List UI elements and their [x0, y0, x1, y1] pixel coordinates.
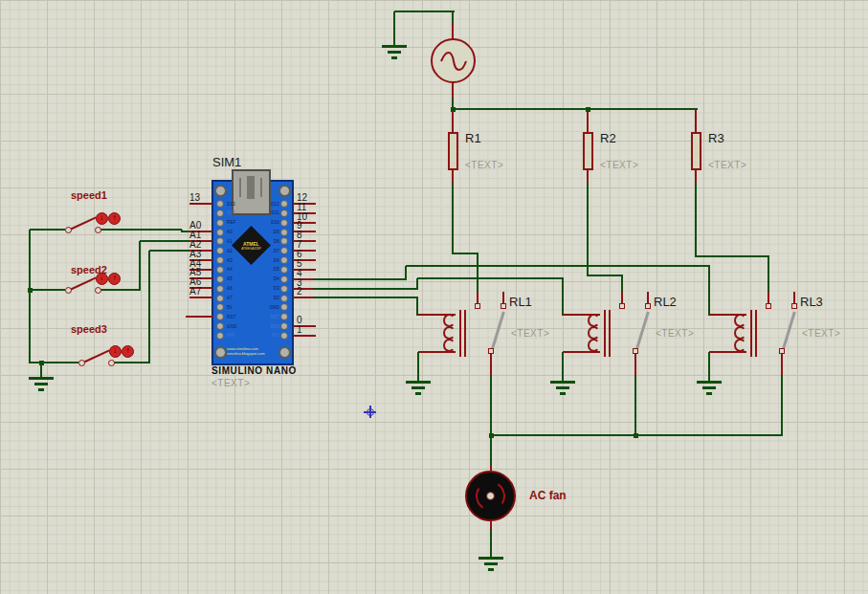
wire[interactable]: [30, 289, 65, 291]
switch-actuator-up-button[interactable]: ↑: [108, 212, 121, 225]
relay-coil-winding-icon: [588, 339, 600, 352]
wire[interactable]: [490, 435, 492, 466]
ground-symbol[interactable]: [550, 381, 575, 396]
wire[interactable]: [621, 275, 623, 293]
switch-terminal[interactable]: [95, 227, 101, 233]
wire[interactable]: [149, 250, 189, 252]
wire[interactable]: [100, 229, 182, 231]
switch-actuator-up-button[interactable]: ↑: [108, 273, 121, 285]
wire[interactable]: [393, 11, 395, 45]
wire[interactable]: [405, 266, 407, 280]
relay-terminal[interactable]: [779, 348, 785, 354]
wire[interactable]: [417, 352, 419, 381]
pin-stub-1[interactable]: [293, 335, 316, 337]
switch-actuator-down-button[interactable]: ↓: [96, 212, 108, 225]
wire[interactable]: [29, 230, 31, 363]
wire[interactable]: [708, 352, 710, 381]
relay-terminal[interactable]: [766, 303, 771, 309]
relay-terminal[interactable]: [791, 303, 797, 309]
switch-terminal[interactable]: [95, 287, 101, 294]
switch-actuator-down-button[interactable]: ↓: [96, 273, 108, 285]
resistor-R1[interactable]: [448, 132, 458, 170]
wire[interactable]: [30, 229, 65, 231]
relay-terminal[interactable]: [645, 303, 651, 309]
wire[interactable]: [313, 297, 418, 298]
ground-symbol[interactable]: [406, 381, 431, 396]
wire[interactable]: [394, 11, 455, 12]
wire[interactable]: [588, 275, 623, 276]
relay-terminal[interactable]: [501, 303, 506, 309]
wire[interactable]: [114, 362, 149, 363]
switch-lever[interactable]: [83, 349, 110, 363]
wire[interactable]: [490, 375, 492, 436]
component-pin-wire[interactable]: [452, 23, 454, 39]
wire[interactable]: [139, 241, 141, 291]
ground-bar-icon: [697, 381, 722, 384]
relay-terminal[interactable]: [475, 303, 480, 309]
wire[interactable]: [181, 230, 183, 232]
wire[interactable]: [477, 253, 479, 293]
component-pin-wire[interactable]: [587, 109, 589, 133]
schematic-canvas[interactable]: R1 R2 R3 <TEXT> <TEXT> <TEXT> SIM1 ATMEL…: [0, 0, 868, 594]
wire[interactable]: [100, 289, 140, 291]
wire[interactable]: [453, 108, 698, 110]
switch-actuator-down-button[interactable]: ↓: [109, 345, 122, 358]
component-pin-wire[interactable]: [587, 169, 589, 183]
wire[interactable]: [768, 256, 769, 293]
relay-contact-stub[interactable]: [634, 353, 636, 376]
switch-lever[interactable]: [70, 216, 97, 230]
wire[interactable]: [416, 278, 418, 290]
relay-core-bar-icon: [464, 310, 466, 357]
component-pin-wire[interactable]: [452, 169, 454, 183]
wire[interactable]: [30, 362, 78, 363]
wire[interactable]: [695, 182, 697, 257]
component-pin-wire[interactable]: [452, 82, 454, 98]
relay-core-bar-icon: [755, 310, 757, 357]
component-pin-wire[interactable]: [695, 169, 697, 183]
switch-terminal[interactable]: [65, 227, 72, 233]
component-pin-wire[interactable]: [695, 109, 697, 133]
resistor-R3[interactable]: [691, 132, 701, 170]
pin-stub-RST[interactable]: [186, 316, 213, 318]
wire[interactable]: [140, 240, 189, 242]
switch-terminal[interactable]: [108, 360, 115, 366]
wire[interactable]: [417, 277, 564, 279]
wire[interactable]: [781, 375, 783, 436]
relay-contact-stub[interactable]: [490, 353, 492, 376]
ground-symbol[interactable]: [479, 557, 503, 572]
wire[interactable]: [313, 278, 407, 280]
relay-terminal[interactable]: [633, 348, 638, 354]
pin-stub-A7[interactable]: [189, 297, 212, 298]
switch-terminal[interactable]: [65, 287, 72, 294]
switch-lever[interactable]: [70, 276, 97, 290]
wire[interactable]: [148, 251, 150, 363]
resistor-value: <TEXT>: [465, 160, 503, 170]
resistor-R2[interactable]: [583, 132, 593, 170]
ground-symbol[interactable]: [697, 381, 722, 396]
relay-contact-stub[interactable]: [781, 353, 783, 376]
wire[interactable]: [453, 253, 479, 254]
ground-symbol[interactable]: [382, 45, 407, 60]
wire[interactable]: [562, 278, 564, 316]
relay-terminal[interactable]: [619, 303, 625, 309]
ground-symbol[interactable]: [29, 377, 54, 392]
pin-stub-13[interactable]: [189, 203, 212, 205]
wire[interactable]: [587, 182, 589, 276]
wire[interactable]: [452, 182, 454, 254]
wire[interactable]: [634, 375, 636, 436]
pin-stub-2[interactable]: [293, 297, 313, 298]
component-pin-wire[interactable]: [490, 465, 492, 472]
wire[interactable]: [562, 352, 564, 381]
component-pin-wire[interactable]: [490, 521, 492, 529]
wire[interactable]: [313, 288, 418, 290]
ground-bar-icon: [484, 562, 498, 565]
resistor-value: <TEXT>: [600, 160, 638, 170]
relay-terminal[interactable]: [488, 348, 494, 354]
component-pin-wire[interactable]: [452, 109, 454, 133]
wire[interactable]: [406, 265, 710, 267]
wire[interactable]: [696, 255, 769, 257]
wire[interactable]: [490, 528, 492, 557]
wire[interactable]: [708, 266, 710, 316]
switch-terminal[interactable]: [78, 360, 85, 366]
switch-actuator-up-button[interactable]: ↑: [122, 345, 134, 358]
